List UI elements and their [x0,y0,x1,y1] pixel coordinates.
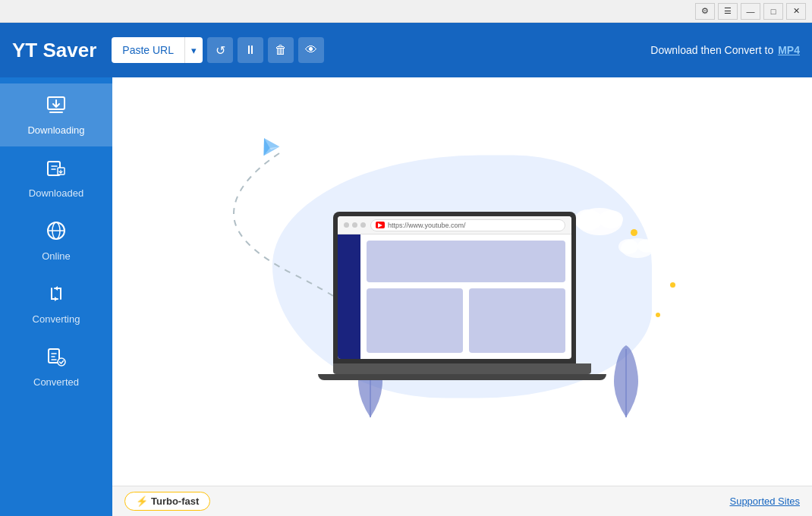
laptop-illustration: https://www.youtube.com/ [333,212,591,374]
title-bar: ⚙ ☰ — □ ✕ [0,0,812,23]
sidebar: Downloading Downloaded [0,77,112,516]
download-convert-label: Download then Convert to [650,44,773,56]
sidebar-item-converting[interactable]: Converting [0,272,112,335]
turbo-badge: ⚡ Turbo-fast [124,492,210,511]
app-window: YT Saver Paste URL ▾ ↺ ⏸ 🗑 👁 Download th… [0,23,812,516]
content-blocks-row [367,288,565,353]
supported-sites-link[interactable]: Supported Sites [729,496,800,507]
browser-dot-3 [360,222,366,228]
browser-content [338,234,571,359]
sidebar-item-downloaded[interactable]: Downloaded [0,146,112,209]
toolbar: Paste URL ▾ ↺ ⏸ 🗑 👁 [112,37,650,63]
svg-point-16 [599,210,623,228]
sidebar-item-converted[interactable]: Converted [0,335,112,398]
close-button[interactable]: ✕ [786,3,806,20]
cloud-right-2 [615,229,660,260]
browser-main [360,234,571,359]
browser-url-bar: https://www.youtube.com/ [370,219,565,231]
browser-dot-1 [344,222,349,228]
downloaded-icon [46,157,67,183]
turbo-icon: ⚡ [136,496,148,507]
content-block-3 [469,288,565,353]
browser-sidebar-bar [338,234,360,359]
app-title: YT Saver [12,39,96,62]
browser-dot-2 [352,222,357,228]
svg-point-18 [618,239,638,254]
dot-yellow-4 [670,282,675,288]
laptop-screen: https://www.youtube.com/ [333,212,576,363]
sidebar-item-downloaded-label: Downloaded [29,187,83,199]
svg-point-8 [58,358,65,366]
refresh-button[interactable]: ↺ [207,37,233,63]
svg-point-19 [637,239,656,253]
title-bar-controls: ⚙ ☰ — □ ✕ [695,3,806,20]
laptop-base [333,363,591,374]
sidebar-item-online[interactable]: Online [0,209,112,272]
sidebar-item-converted-label: Converted [33,376,79,388]
svg-marker-9 [257,134,280,156]
preview-button[interactable]: 👁 [298,37,324,63]
minimize-button[interactable]: — [741,3,760,20]
header: YT Saver Paste URL ▾ ↺ ⏸ 🗑 👁 Download th… [0,23,812,77]
menu-button[interactable]: ☰ [718,3,738,20]
header-right: Download then Convert to MP4 [650,44,800,56]
turbo-label: Turbo-fast [151,496,199,507]
paste-url-button[interactable]: Paste URL ▾ [112,37,203,63]
converted-icon [46,346,67,372]
content-block-1 [367,241,565,282]
browser-window: https://www.youtube.com/ [338,216,571,359]
downloading-icon [46,94,67,120]
sidebar-item-downloading[interactable]: Downloading [0,83,112,146]
paste-url-label: Paste URL [112,37,185,63]
browser-bar: https://www.youtube.com/ [338,216,571,234]
footer: ⚡ Turbo-fast Supported Sites [112,486,812,516]
pause-button[interactable]: ⏸ [238,37,263,63]
maximize-button[interactable]: □ [763,3,783,20]
content-block-2 [367,288,463,353]
sidebar-item-converting-label: Converting [33,313,80,325]
dot-yellow-5 [656,313,660,317]
mp4-link[interactable]: MP4 [778,44,800,56]
youtube-icon [376,222,385,228]
online-icon [46,220,67,246]
illustration-area: https://www.youtube.com/ [112,77,812,486]
delete-button[interactable]: 🗑 [268,37,294,63]
settings-button[interactable]: ⚙ [695,3,715,20]
browser-url-text: https://www.youtube.com/ [388,222,466,229]
youtube-play-icon [378,223,382,228]
main-content: https://www.youtube.com/ [112,77,812,516]
browser-dots [344,222,366,228]
leaf-right [603,341,649,417]
sidebar-item-online-label: Online [42,250,71,262]
converting-icon [46,283,67,309]
paste-url-dropdown-arrow[interactable]: ▾ [185,37,203,63]
body: Downloading Downloaded [0,77,812,516]
sidebar-item-downloading-label: Downloading [27,124,84,136]
